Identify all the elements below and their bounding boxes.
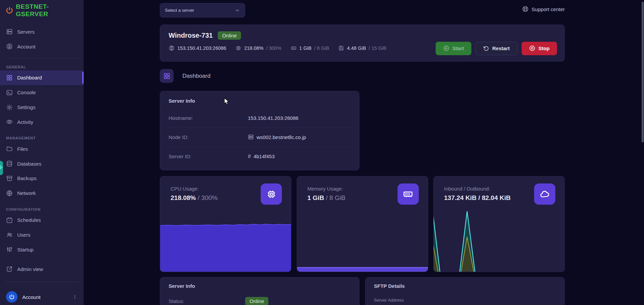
section-label-general: GENERAL bbox=[0, 64, 84, 70]
card-title: Server Info bbox=[169, 283, 351, 289]
sidebar-item-activity[interactable]: Activity bbox=[0, 115, 84, 130]
stat-label: Memory Usage: bbox=[308, 186, 346, 192]
calendar-icon bbox=[6, 217, 13, 224]
sliders-icon bbox=[6, 246, 13, 253]
sidebar-item-label: Admin view bbox=[17, 266, 43, 272]
support-center-link[interactable]: Support center bbox=[522, 6, 565, 12]
server-select-value: Select a server bbox=[165, 8, 194, 13]
sidebar-item-label: Schedules bbox=[17, 217, 41, 223]
edge-toast-tab[interactable] bbox=[0, 161, 3, 175]
disk-stat: 4.48 GiB / 15 GiB bbox=[338, 45, 386, 51]
info-row-node-id: Node ID: ws002.bestnetllc.co.jp bbox=[169, 128, 351, 147]
disk-used: 4.48 GiB bbox=[347, 45, 366, 51]
stat-value: 1 GiB bbox=[308, 194, 324, 201]
brand-logo[interactable]: BESTNET-GSERVER bbox=[0, 5, 84, 16]
dashboard-grid-icon bbox=[6, 74, 13, 81]
info-label: Server ID: bbox=[169, 154, 248, 159]
cpu-stat: 218.08% / 300% bbox=[235, 45, 281, 51]
cpu-limit: / 300% bbox=[266, 45, 281, 51]
sidebar: BESTNET-GSERVER Servers Account GENERAL … bbox=[0, 0, 84, 305]
stop-button-label: Stop bbox=[538, 45, 550, 51]
sidebar-item-backups[interactable]: Backups bbox=[0, 171, 84, 186]
cpu-usage-card: CPU Usage: 218.08% / 300% bbox=[160, 176, 291, 272]
support-center-label: Support center bbox=[532, 6, 565, 12]
server-id-value: # 4b14f453 bbox=[248, 154, 274, 160]
server-address: 153.150.41.203:26086 bbox=[177, 45, 226, 51]
sidebar-item-label: Users bbox=[17, 232, 30, 238]
console-icon bbox=[6, 89, 13, 96]
sftp-details-card: SFTP Details Server Address bbox=[365, 277, 565, 305]
disk-limit: / 15 GiB bbox=[369, 45, 386, 51]
status-badge: Online bbox=[218, 31, 241, 40]
archive-icon bbox=[6, 175, 13, 182]
users-group-icon bbox=[6, 231, 13, 238]
start-button[interactable]: Start bbox=[436, 42, 471, 55]
folder-icon bbox=[6, 145, 13, 152]
card-title: Server Info bbox=[169, 98, 351, 104]
sidebar-item-dashboard[interactable]: Dashboard bbox=[0, 70, 84, 85]
chevron-down-icon bbox=[235, 8, 240, 13]
sidebar-item-account[interactable]: Account bbox=[0, 39, 84, 54]
sidebar-item-label: Files bbox=[17, 146, 28, 152]
sidebar-item-label: Activity bbox=[17, 119, 33, 125]
stat-label: CPU Usage: bbox=[171, 186, 217, 192]
stop-button[interactable]: Stop bbox=[522, 42, 557, 55]
stat-limit: / 300% bbox=[198, 194, 217, 201]
sidebar-item-console[interactable]: Console bbox=[0, 85, 84, 100]
cpu-used: 218.08% bbox=[244, 45, 263, 51]
sidebar-item-label: Dashboard bbox=[17, 75, 42, 80]
memory-icon bbox=[291, 45, 297, 51]
restart-button-label: Restart bbox=[492, 45, 510, 51]
avatar[interactable] bbox=[6, 291, 18, 303]
globe-icon bbox=[6, 190, 13, 197]
server-select-dropdown[interactable]: Select a server bbox=[160, 3, 245, 18]
page-heading: Dashboard bbox=[160, 69, 210, 83]
sidebar-item-settings[interactable]: Settings bbox=[0, 100, 84, 115]
restart-icon bbox=[483, 45, 489, 52]
info-row-server-id: Server ID: # 4b14f453 bbox=[169, 147, 351, 166]
card-title: SFTP Details bbox=[374, 283, 556, 289]
sidebar-item-label: Settings bbox=[17, 104, 35, 110]
memory-stat: 1 GiB / 8 GiB bbox=[291, 45, 329, 51]
sidebar-item-servers[interactable]: Servers bbox=[0, 24, 84, 39]
sidebar-item-network[interactable]: Network bbox=[0, 186, 84, 201]
sidebar-item-users[interactable]: Users bbox=[0, 228, 84, 242]
sidebar-item-startup[interactable]: Startup bbox=[0, 242, 84, 257]
node-server-icon bbox=[248, 134, 254, 140]
brand-name: BESTNET-GSERVER bbox=[16, 3, 78, 18]
status-badge: Online bbox=[245, 297, 268, 305]
life-buoy-icon bbox=[522, 6, 529, 12]
sidebar-item-databases[interactable]: Databases bbox=[0, 156, 84, 171]
node-id-text: ws002.bestnetllc.co.jp bbox=[257, 134, 306, 140]
vertical-scrollbar[interactable] bbox=[642, 2, 644, 142]
kebab-menu-icon[interactable] bbox=[72, 294, 78, 300]
address-stat: 153.150.41.203:26086 bbox=[169, 45, 226, 51]
servers-icon bbox=[6, 28, 13, 35]
sidebar-item-label: Startup bbox=[17, 247, 33, 252]
server-header-card: Windrose-731 Online 153.150.41.203:26086… bbox=[160, 25, 565, 62]
stat-limit: / 8 GiB bbox=[326, 194, 345, 201]
gear-icon bbox=[6, 104, 13, 111]
sidebar-item-files[interactable]: Files bbox=[0, 141, 84, 156]
sidebar-item-admin-view[interactable]: Admin view bbox=[0, 262, 84, 276]
sidebar-item-label: Network bbox=[17, 190, 36, 196]
info-row-hostname: Hostname: 153.150.41.203:26086 bbox=[169, 108, 351, 128]
sidebar-item-schedules[interactable]: Schedules bbox=[0, 213, 84, 228]
server-header-left: Windrose-731 Online 153.150.41.203:26086… bbox=[169, 31, 386, 61]
stat-label: Inbound / Outbound: bbox=[444, 186, 511, 192]
sidebar-divider bbox=[5, 58, 78, 58]
section-label-management: MANAGEMENT bbox=[0, 135, 84, 141]
section-label-configuration: CONFIGURATION bbox=[0, 206, 84, 213]
server-info-card: Server Info Hostname: 153.150.41.203:260… bbox=[160, 91, 359, 170]
account-footer-label: Account bbox=[22, 294, 67, 300]
play-circle-icon bbox=[443, 45, 449, 52]
page-title: Dashboard bbox=[182, 73, 210, 79]
sidebar-item-label: Account bbox=[17, 44, 35, 49]
server-id-text: 4b14f453 bbox=[254, 154, 275, 159]
node-id-value: ws002.bestnetllc.co.jp bbox=[248, 134, 306, 140]
restart-button[interactable]: Restart bbox=[475, 42, 518, 55]
toast-chevron-icon bbox=[0, 165, 3, 170]
network-usage-card: Inbound / Outbound: 137.24 KiB / 82.04 K… bbox=[433, 176, 565, 272]
stat-value: 218.08% bbox=[171, 194, 196, 201]
memory-usage-card: Memory Usage: 1 GiB / 8 GiB bbox=[297, 176, 428, 272]
